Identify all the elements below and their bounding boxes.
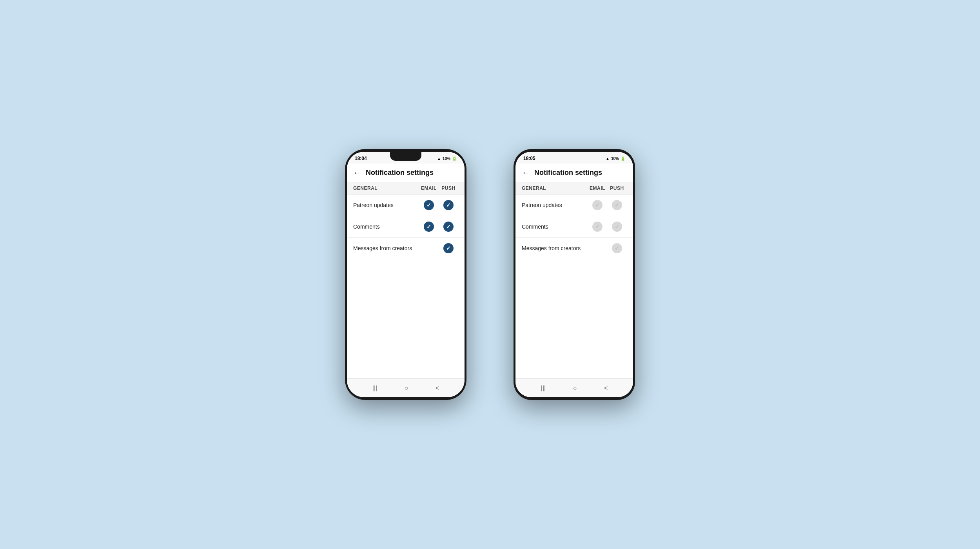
table-header-left: GENERAL EMAIL PUSH	[347, 182, 465, 195]
signal-icon-left: ▲	[437, 156, 441, 161]
check-push-patreon-left[interactable]	[439, 200, 458, 210]
screen-left: 18:04 ▲ 10% 🔋 ← Notification settings GE…	[347, 152, 465, 397]
status-icons-left: ▲ 10% 🔋	[437, 156, 457, 161]
th-general-left: GENERAL	[353, 185, 419, 191]
row-comments-right: Comments	[515, 216, 633, 238]
check-on-icon	[424, 222, 434, 232]
notch	[390, 152, 421, 161]
content-right: GENERAL EMAIL PUSH Patreon updates Comme…	[515, 182, 633, 378]
check-email-patreon-left[interactable]	[419, 200, 439, 210]
th-push-left: PUSH	[439, 185, 458, 191]
th-email-right: EMAIL	[588, 185, 607, 191]
row-label-comments-right: Comments	[522, 224, 588, 230]
page-title-right: Notification settings	[534, 169, 602, 177]
check-off-icon	[612, 243, 622, 253]
th-general-right: GENERAL	[522, 185, 588, 191]
check-off-icon	[592, 200, 603, 210]
battery-text-right: 10%	[611, 156, 619, 161]
check-push-patreon-right[interactable]	[607, 200, 627, 210]
bottom-nav-right: ||| ○ <	[515, 378, 633, 397]
check-off-icon	[612, 200, 622, 210]
check-off-icon	[612, 222, 622, 232]
row-comments-left: Comments	[347, 216, 465, 238]
th-push-right: PUSH	[607, 185, 627, 191]
th-email-left: EMAIL	[419, 185, 439, 191]
content-left: GENERAL EMAIL PUSH Patreon updates Comme…	[347, 182, 465, 378]
check-email-comments-left[interactable]	[419, 222, 439, 232]
page-title-left: Notification settings	[366, 169, 434, 177]
row-messages-right: Messages from creators	[515, 238, 633, 259]
check-push-comments-left[interactable]	[439, 222, 458, 232]
check-on-icon	[443, 222, 454, 232]
check-push-messages-right[interactable]	[607, 243, 627, 253]
screen-right: 18:05 ▲ 10% 🔋 ← Notification settings GE…	[515, 152, 633, 397]
check-email-comments-right[interactable]	[588, 222, 607, 232]
check-push-messages-left[interactable]	[439, 243, 458, 253]
status-icons-right: ▲ 10% 🔋	[606, 156, 625, 161]
nav-icon-menu-right[interactable]: |||	[541, 385, 546, 392]
check-email-patreon-right[interactable]	[588, 200, 607, 210]
row-patreon-right: Patreon updates	[515, 195, 633, 216]
phone-left: 18:04 ▲ 10% 🔋 ← Notification settings GE…	[345, 149, 466, 400]
check-on-icon	[443, 200, 454, 210]
battery-icon-right: 🔋	[621, 156, 625, 161]
check-push-comments-right[interactable]	[607, 222, 627, 232]
status-time-left: 18:04	[355, 156, 367, 161]
row-label-messages-right: Messages from creators	[522, 245, 588, 251]
back-button-right[interactable]: ←	[522, 168, 530, 177]
check-on-icon	[443, 243, 454, 253]
status-time-right: 18:05	[523, 156, 535, 161]
nav-icon-menu-left[interactable]: |||	[372, 385, 377, 392]
table-header-right: GENERAL EMAIL PUSH	[515, 182, 633, 195]
row-label-patreon-right: Patreon updates	[522, 202, 588, 208]
nav-icon-home-right[interactable]: ○	[573, 385, 577, 392]
signal-icon-right: ▲	[606, 156, 610, 161]
back-button-left[interactable]: ←	[353, 168, 361, 177]
nav-icon-back-right[interactable]: <	[604, 385, 608, 392]
row-label-patreon-left: Patreon updates	[353, 202, 419, 208]
status-bar-right: 18:05 ▲ 10% 🔋	[515, 152, 633, 164]
phone-right: 18:05 ▲ 10% 🔋 ← Notification settings GE…	[514, 149, 635, 400]
check-off-icon	[592, 222, 603, 232]
row-patreon-left: Patreon updates	[347, 195, 465, 216]
top-nav-left: ← Notification settings	[347, 164, 465, 182]
battery-icon-left: 🔋	[452, 156, 457, 161]
nav-icon-home-left[interactable]: ○	[405, 385, 408, 392]
check-on-icon	[424, 200, 434, 210]
bottom-nav-left: ||| ○ <	[347, 378, 465, 397]
top-nav-right: ← Notification settings	[515, 164, 633, 182]
nav-icon-back-left[interactable]: <	[436, 385, 439, 392]
battery-text-left: 10%	[443, 156, 450, 161]
row-label-comments-left: Comments	[353, 224, 419, 230]
row-label-messages-left: Messages from creators	[353, 245, 419, 251]
row-messages-left: Messages from creators	[347, 238, 465, 259]
